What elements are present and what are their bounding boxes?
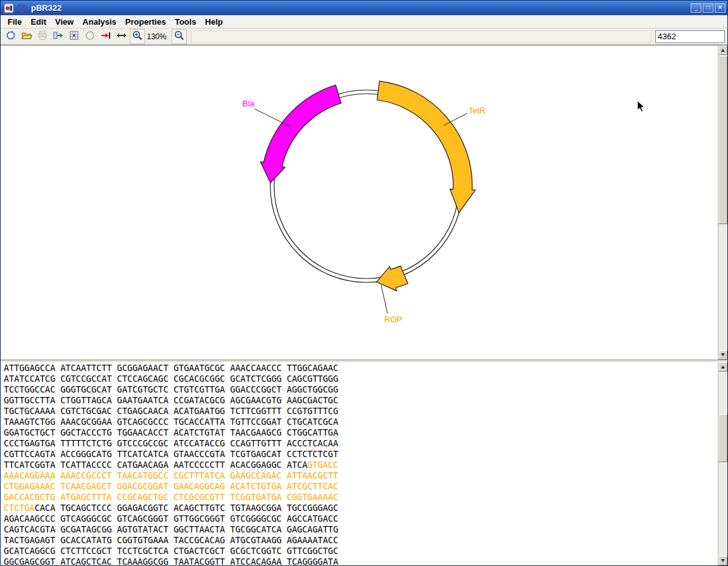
app-window: pBR322 _ □ × FileEditViewAnalysisPropert… <box>0 0 728 566</box>
maximize-button[interactable]: □ <box>703 3 713 13</box>
sequence-line[interactable]: ATTGGAGCCA ATCAATTCTT GCGGAGAACT GTGAATG… <box>4 363 717 374</box>
sequence-segment: GGCGAGCGGT ATCAGCTCAC TCAAAGGCGG TAATACG… <box>4 557 338 565</box>
arrow-up-icon <box>721 49 725 52</box>
arrow-down-icon <box>721 353 725 356</box>
sequence-line[interactable]: TACTGAGAGT GCACCATATG CGGTGTGAAA TACCGCA… <box>4 535 717 546</box>
scroll-down-button[interactable] <box>719 350 727 360</box>
sequence-segment: TACTGAGAGT GCACCATATG CGGTGTGAAA TACCGCA… <box>4 535 338 545</box>
toolbar: 130% <box>1 28 727 45</box>
print-icon <box>37 30 48 44</box>
menu-bar: FileEditViewAnalysisPropertiesToolsHelp <box>1 15 727 28</box>
sequence-segment: GGATGCTGCT GGCTACCCTG TGGAACACCT ACATCTG… <box>4 427 338 437</box>
zoom-out-button[interactable] <box>172 29 187 44</box>
print-button <box>35 29 50 44</box>
linear-view-button[interactable] <box>114 29 129 44</box>
arrow-down-icon <box>721 559 725 562</box>
sequence-segment: AGACAAGCCC GTCAGGGCGC GTCAGCGGGT GTTGGCG… <box>4 513 338 524</box>
sequence-segment: CACA TGCAGCTCCC GGAGACGGTC ACAGCTTGTC TG… <box>35 503 339 513</box>
sequence-scrollbar-thumb[interactable] <box>719 414 727 462</box>
open-folder-button[interactable] <box>19 29 34 44</box>
sequence-line[interactable]: TTCATCGGTA TCATTACCCC CATGAACAGA AATCCCC… <box>4 460 717 470</box>
sequence-line[interactable]: CCCTGAGTGA TTTTTCTCTG GTCCCGCCGC ATCCATA… <box>4 438 717 449</box>
import-button[interactable] <box>51 29 66 44</box>
sequence-highlight-segment: GTGACC <box>308 460 339 470</box>
sequence-segment: CAGTCACGTA GCGATAGCGG AGTGTATACT GGCTTAA… <box>4 524 338 534</box>
restriction-sites-icon <box>100 30 111 44</box>
menu-item-view[interactable]: View <box>51 16 78 28</box>
toolbar-right-group <box>172 29 187 44</box>
close-button[interactable]: × <box>715 3 725 13</box>
restriction-sites-button[interactable] <box>98 29 113 44</box>
sequence-line[interactable]: TGCTGCAAAA CGTCTGCGAC CTGAGCAACA ACATGAA… <box>4 406 717 417</box>
feature-label-tetr[interactable]: TetR <box>468 106 486 115</box>
new-circular-button[interactable] <box>3 29 18 44</box>
circular-view-icon <box>84 30 96 44</box>
toolbar-spacer <box>191 30 651 43</box>
sequence-line[interactable]: ATATCCATCG CGTCCGCCAT CTCCAGCAGC CGCACGC… <box>4 374 717 384</box>
title-bar: pBR322 _ □ × <box>1 1 727 15</box>
open-folder-icon <box>21 30 32 44</box>
sequence-line[interactable]: TCCTGGCCAC GGGTGCGCAT GATCGTGCTC CTGTCGT… <box>4 384 717 395</box>
sequence-line[interactable]: GACCACGCTG ATGAGCTTTA CCGCAGCTGC CTCGCGC… <box>4 492 717 503</box>
sequence-panel[interactable]: ATTGGAGCCA ATCAATTCTT GCGGAGAACT GTGAATG… <box>1 362 727 565</box>
zoom-in-icon <box>132 30 143 44</box>
map-grid-icon <box>68 30 80 44</box>
sequence-line[interactable]: TAAAGTCTGG AAACGCGGAA GTCAGCGCCC TGCACCA… <box>4 417 717 427</box>
menu-item-file[interactable]: File <box>3 16 26 28</box>
plasmid-map-panel[interactable]: BlaTetRROP <box>1 45 727 360</box>
sequence-line[interactable]: AGACAAGCCC GTCAGGGCGC GTCAGCGGGT GTTGGCG… <box>4 513 717 524</box>
sequence-line[interactable]: GCATCAGGCG CTCTTCCGCT TCCTCGCTCA CTGACTC… <box>4 546 717 557</box>
scroll-up-button[interactable] <box>719 362 727 372</box>
map-grid-button[interactable] <box>66 29 82 44</box>
circular-view-button <box>82 29 97 44</box>
plasmid-map[interactable]: BlaTetRROP <box>1 46 718 360</box>
menu-item-properties[interactable]: Properties <box>121 16 170 28</box>
position-field[interactable] <box>655 30 725 43</box>
new-circular-icon <box>5 30 16 44</box>
map-scrollbar-thumb[interactable] <box>719 56 727 224</box>
sequence-line[interactable]: CGTTCCAGTA ACCGGGCATG TTCATCATCA GTAACCC… <box>4 449 717 460</box>
sequence-line[interactable]: CTGGAGAAAC TCAACGAGCT GGACGCGGAT GAACAGG… <box>4 481 717 492</box>
window-title: pBR322 <box>31 3 61 13</box>
minimize-button[interactable]: _ <box>691 3 701 13</box>
sequence-line[interactable]: GGTTGCCTTA CTGGTTAGCA GAATGAATCA CCGATAC… <box>4 395 717 406</box>
feature-leader-bla <box>254 109 289 126</box>
feature-label-rop[interactable]: ROP <box>384 315 402 324</box>
menu-item-help[interactable]: Help <box>201 16 227 28</box>
zoom-in-button[interactable] <box>130 29 145 44</box>
menu-item-edit[interactable]: Edit <box>26 16 51 28</box>
sequence-line[interactable]: GGATGCTGCT GGCTACCCTG TGGAACACCT ACATCTG… <box>4 427 717 438</box>
sequence-segment: ATTGGAGCCA ATCAATTCTT GCGGAGAACT GTGAATG… <box>4 363 338 373</box>
sequence-segment: TAAAGTCTGG AAACGCGGAA GTCAGCGCCC TGCACCA… <box>4 417 338 427</box>
menu-item-tools[interactable]: Tools <box>170 16 201 28</box>
sequence-segment: ATATCCATCG CGTCCGCCAT CTCCAGCAGC CGCACGC… <box>4 374 338 384</box>
scroll-down-button[interactable] <box>719 556 727 565</box>
sequence-highlight-segment: GACCACGCTG ATGAGCTTTA CCGCAGCTGC CTCGCGC… <box>4 492 338 502</box>
sequence-line[interactable]: AAACAGGAAA AAACCGCCCT TAACATGGCC CGCTTTA… <box>4 470 717 481</box>
plasmid-app-icon <box>16 3 27 13</box>
sequence-segment: TTCATCGGTA TCATTACCCC CATGAACAGA AATCCCC… <box>4 460 308 470</box>
sequence-segment: GGTTGCCTTA CTGGTTAGCA GAATGAATCA CCGATAC… <box>4 395 338 405</box>
sequence-highlight-segment: CTCTGA <box>4 503 35 513</box>
arrow-up-icon <box>721 365 725 368</box>
menu-item-analysis[interactable]: Analysis <box>78 16 120 28</box>
sequence-highlight-segment: CTGGAGAAAC TCAACGAGCT GGACGCGGAT GAACAGG… <box>4 481 338 491</box>
sequence-line[interactable]: CAGTCACGTA GCGATAGCGG AGTGTATACT GGCTTAA… <box>4 524 717 535</box>
sequence-segment: TGCTGCAAAA CGTCTGCGAC CTGAGCAACA ACATGAA… <box>4 406 338 416</box>
zoom-out-icon <box>173 30 185 44</box>
sequence-vertical-scrollbar[interactable] <box>718 362 727 565</box>
sequence-highlight-segment: AAACAGGAAA AAACCGCCCT TAACATGGCC CGCTTTA… <box>4 470 338 481</box>
import-icon <box>53 30 64 44</box>
sequence-segment: CCCTGAGTGA TTTTTCTCTG GTCCCGCCGC ATCCATA… <box>4 438 338 448</box>
map-vertical-scrollbar[interactable] <box>718 46 727 360</box>
sequence-text: ATTGGAGCCA ATCAATTCTT GCGGAGAACT GTGAATG… <box>4 363 717 565</box>
feature-arc-tetr[interactable] <box>377 81 475 213</box>
linear-view-icon <box>116 30 127 44</box>
sequence-line[interactable]: CTCTGACACA TGCAGCTCCC GGAGACGGTC ACAGCTT… <box>4 503 717 513</box>
feature-leader-rop <box>381 285 387 313</box>
sequence-segment: GCATCAGGCG CTCTTCCGCT TCCTCGCTCA CTGACTC… <box>4 546 338 556</box>
feature-label-bla[interactable]: Bla <box>242 99 255 108</box>
sequence-line[interactable]: GGCGAGCGGT ATCAGCTCAC TCAAAGGCGG TAATACG… <box>4 557 717 565</box>
feature-arc-bla[interactable] <box>260 85 341 182</box>
scroll-up-button[interactable] <box>719 46 727 55</box>
